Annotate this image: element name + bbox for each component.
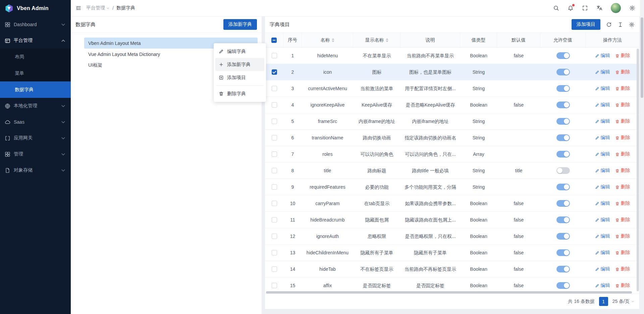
edit-link[interactable]: 编辑 bbox=[595, 282, 610, 289]
row-checkbox[interactable] bbox=[272, 217, 277, 223]
page-scrollbar[interactable] bbox=[640, 0, 644, 314]
delete-link[interactable]: 删除 bbox=[615, 217, 630, 223]
delete-link[interactable]: 删除 bbox=[615, 151, 630, 157]
table-row[interactable]: 2icon图标图标，也是菜单图标String编辑删除 bbox=[265, 64, 639, 80]
edit-link[interactable]: 编辑 bbox=[595, 85, 610, 91]
delete-link[interactable]: 删除 bbox=[615, 266, 630, 272]
nullable-toggle[interactable] bbox=[556, 167, 570, 174]
table-row[interactable]: 4ignoreKeepAliveKeepAlive缓存是否忽略KeepAlive… bbox=[265, 97, 639, 113]
context-menu-item[interactable]: 添加新字典 bbox=[215, 58, 264, 71]
row-checkbox[interactable] bbox=[272, 250, 277, 255]
delete-link[interactable]: 删除 bbox=[615, 135, 630, 141]
row-checkbox[interactable] bbox=[272, 168, 277, 173]
breadcrumb-item-data-dictionary[interactable]: 数据字典 bbox=[116, 5, 135, 11]
row-checkbox[interactable] bbox=[272, 86, 277, 91]
nullable-toggle[interactable] bbox=[556, 69, 570, 75]
settings-icon[interactable] bbox=[629, 5, 635, 11]
app-logo[interactable]: Vben Admin bbox=[0, 0, 71, 16]
table-row[interactable]: 1hideMenu不在菜单显示当前路由不再菜单显示Booleanfalse编辑删… bbox=[265, 48, 639, 64]
sidebar-item-object-storage[interactable]: 对象存储 bbox=[0, 162, 71, 178]
delete-link[interactable]: 删除 bbox=[615, 85, 630, 91]
row-checkbox[interactable] bbox=[272, 266, 277, 272]
context-menu-item[interactable]: 编辑字典 bbox=[215, 45, 264, 58]
table-row[interactable]: 5frameSrc内嵌iframe的地址内嵌iframe的地址String编辑删… bbox=[265, 113, 639, 130]
sidebar-item-platform[interactable]: 平台管理 bbox=[0, 33, 71, 49]
nullable-toggle[interactable] bbox=[556, 249, 570, 256]
select-all-checkbox[interactable] bbox=[271, 38, 277, 43]
context-menu-item[interactable]: 删除字典 bbox=[215, 87, 264, 100]
header-cell[interactable]: 显示名称 bbox=[353, 33, 400, 47]
table-row[interactable]: 9requiredFeatures必要的功能多个功能间用英文，分隔String编… bbox=[265, 179, 639, 195]
sidebar-item-data-dictionary[interactable]: 数据字典 bbox=[0, 81, 71, 98]
table-row[interactable]: 6transitionName路由切换动画指定该路由切换的动画名String编辑… bbox=[265, 130, 639, 146]
page-size-select[interactable]: 25 条/页 bbox=[612, 299, 635, 305]
notifications-icon[interactable] bbox=[568, 5, 574, 11]
row-height-icon[interactable] bbox=[618, 22, 623, 27]
table-row[interactable]: 7roles可以访问的角色可以访问的角色，只在...Array编辑删除 bbox=[265, 146, 639, 163]
row-checkbox[interactable] bbox=[272, 283, 277, 288]
nullable-toggle[interactable] bbox=[556, 52, 570, 59]
delete-link[interactable]: 删除 bbox=[615, 250, 630, 256]
row-checkbox[interactable] bbox=[272, 69, 277, 75]
refresh-icon[interactable] bbox=[606, 22, 612, 27]
table-row[interactable]: 12ignoreAuth忽略权限是否忽略权限，只在权...Booleanfals… bbox=[265, 228, 639, 245]
delete-link[interactable]: 删除 bbox=[615, 69, 630, 75]
context-menu-item[interactable]: 添加项目 bbox=[215, 71, 264, 84]
edit-link[interactable]: 编辑 bbox=[595, 250, 610, 256]
delete-link[interactable]: 删除 bbox=[615, 168, 630, 174]
edit-link[interactable]: 编辑 bbox=[595, 69, 610, 75]
edit-link[interactable]: 编辑 bbox=[595, 118, 610, 124]
nullable-toggle[interactable] bbox=[556, 85, 570, 92]
edit-link[interactable]: 编辑 bbox=[595, 184, 610, 190]
sidebar-item-localization[interactable]: 本地化管理 bbox=[0, 98, 71, 114]
row-checkbox[interactable] bbox=[272, 53, 277, 58]
table-settings-icon[interactable] bbox=[629, 22, 635, 27]
delete-link[interactable]: 删除 bbox=[615, 282, 630, 289]
sidebar-item-layout[interactable]: 布局 bbox=[0, 49, 71, 65]
edit-link[interactable]: 编辑 bbox=[595, 151, 610, 157]
header-cell[interactable]: 名称 bbox=[302, 33, 353, 47]
delete-link[interactable]: 删除 bbox=[615, 102, 630, 108]
edit-link[interactable]: 编辑 bbox=[595, 168, 610, 174]
add-dictionary-button[interactable]: 添加新字典 bbox=[223, 19, 257, 30]
breadcrumb-item-platform[interactable]: 平台管理 bbox=[86, 5, 110, 11]
row-checkbox[interactable] bbox=[272, 184, 277, 190]
table-row[interactable]: 8title路由标题路由title 一般必填Stringtitle编辑删除 bbox=[265, 163, 639, 179]
row-checkbox[interactable] bbox=[272, 151, 277, 157]
table-row[interactable]: 14hideTab不在标签页显示当前路由不再标签页显示Booleanfalse编… bbox=[265, 261, 639, 277]
nullable-toggle[interactable] bbox=[556, 200, 570, 207]
edit-link[interactable]: 编辑 bbox=[595, 266, 610, 272]
edit-link[interactable]: 编辑 bbox=[595, 217, 610, 223]
table-vertical-scrollbar-thumb[interactable] bbox=[637, 49, 639, 291]
nullable-toggle[interactable] bbox=[556, 102, 570, 108]
nullable-toggle[interactable] bbox=[556, 118, 570, 125]
nullable-toggle[interactable] bbox=[556, 151, 570, 158]
sidebar-item-saas[interactable]: Saas bbox=[0, 114, 71, 130]
delete-link[interactable]: 删除 bbox=[615, 53, 630, 59]
edit-link[interactable]: 编辑 bbox=[595, 135, 610, 141]
edit-link[interactable]: 编辑 bbox=[595, 200, 610, 206]
nullable-toggle[interactable] bbox=[556, 134, 570, 141]
menu-fold-icon[interactable] bbox=[75, 5, 82, 11]
sidebar-item-management[interactable]: 管理 bbox=[0, 146, 71, 162]
table-row[interactable]: 10carryParam在tab页显示如果该路由会携带参数...Booleanf… bbox=[265, 195, 639, 212]
row-checkbox[interactable] bbox=[272, 102, 277, 108]
delete-link[interactable]: 删除 bbox=[615, 118, 630, 124]
table-row[interactable]: 3currentActiveMenu当前激活的菜单用于配置详情页时左侧...St… bbox=[265, 80, 639, 97]
nullable-toggle[interactable] bbox=[556, 184, 570, 190]
table-row[interactable]: 11hideBreadcrumb隐藏面包屑隐藏该路由在面包屑上...Boolea… bbox=[265, 212, 639, 228]
edit-link[interactable]: 编辑 bbox=[595, 233, 610, 239]
nullable-toggle[interactable] bbox=[556, 266, 570, 272]
sidebar-item-gateway[interactable]: 应用网关 bbox=[0, 130, 71, 146]
delete-link[interactable]: 删除 bbox=[615, 200, 630, 206]
sidebar-item-menu[interactable]: 菜单 bbox=[0, 65, 71, 81]
search-icon[interactable] bbox=[553, 5, 559, 11]
row-checkbox[interactable] bbox=[272, 135, 277, 140]
page-button-1[interactable]: 1 bbox=[599, 297, 608, 306]
table-row[interactable]: 13hideChildrenInMenu隐藏所有子菜单隐藏所有子菜单Boolea… bbox=[265, 245, 639, 261]
user-avatar[interactable] bbox=[611, 3, 621, 13]
row-checkbox[interactable] bbox=[272, 234, 277, 239]
row-checkbox[interactable] bbox=[272, 201, 277, 206]
row-checkbox[interactable] bbox=[272, 119, 277, 124]
table-horizontal-scrollbar-thumb[interactable] bbox=[266, 291, 632, 294]
